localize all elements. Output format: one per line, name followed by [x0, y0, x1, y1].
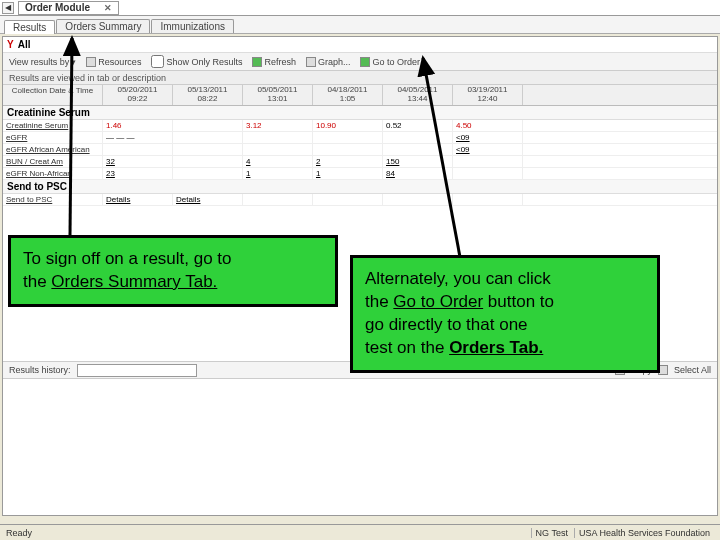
module-title: Order Module: [25, 2, 90, 13]
select-all-button[interactable]: Select All: [674, 365, 711, 375]
callout2-l4a: test on the: [365, 338, 449, 357]
table-row[interactable]: BUN / Creat Am3242150: [3, 156, 717, 168]
view-results-label: View results by: [9, 57, 69, 67]
row-label: eGFR: [3, 132, 103, 143]
row-label: BUN / Creat Am: [3, 156, 103, 167]
callout-orders-summary: To sign off on a result, go to the Order…: [8, 235, 338, 307]
row-label: eGFR African American: [3, 144, 103, 155]
graph-icon: [306, 57, 316, 67]
cell[interactable]: 150: [383, 156, 453, 167]
status-bar: Ready NG Test USA Health Services Founda…: [0, 524, 720, 540]
col-5[interactable]: 03/19/201112:40: [453, 85, 523, 105]
callout2-l2b: Go to Order: [393, 292, 483, 311]
results-grid: Collection Date & Time 05/20/201109:22 0…: [3, 85, 717, 225]
callout2-line1: Alternately, you can click: [365, 269, 551, 288]
grid-corner: Collection Date & Time: [3, 85, 103, 105]
row-label: eGFR Non-African: [3, 168, 103, 179]
cell: [173, 132, 243, 143]
cell[interactable]: 1: [313, 168, 383, 179]
cell[interactable]: Details: [103, 194, 173, 205]
cell[interactable]: 84: [383, 168, 453, 179]
table-row[interactable]: eGFR Non-African231184: [3, 168, 717, 180]
col-2[interactable]: 05/05/201113:01: [243, 85, 313, 105]
callout2-l4b: Orders Tab.: [449, 338, 543, 357]
cell: [243, 194, 313, 205]
cell[interactable]: 0.52: [383, 120, 453, 131]
cell[interactable]: 32: [103, 156, 173, 167]
filter-row: Y All: [3, 37, 717, 53]
module-title-tab[interactable]: Order Module ✕: [18, 1, 119, 15]
window-titlebar: ◀ Order Module ✕: [0, 0, 720, 16]
status-user: NG Test: [531, 528, 572, 538]
refresh-icon: [252, 57, 262, 67]
view-results-by[interactable]: View results by ▾: [9, 57, 76, 67]
cell: [453, 194, 523, 205]
cell: [243, 144, 313, 155]
col-0[interactable]: 05/20/201109:22: [103, 85, 173, 105]
go-to-order-icon: [360, 57, 370, 67]
callout2-l2c: button to: [483, 292, 554, 311]
cell[interactable]: 2: [313, 156, 383, 167]
graph-button[interactable]: Graph...: [306, 57, 351, 67]
status-org: USA Health Services Foundation: [574, 528, 714, 538]
cell[interactable]: Details: [173, 194, 243, 205]
show-only-label: Show Only Results: [166, 57, 242, 67]
go-to-order-label: Go to Order: [372, 57, 420, 67]
resources-button[interactable]: Resources: [86, 57, 141, 67]
cell: [383, 194, 453, 205]
main-tab-strip: Results Orders Summary Immunizations: [0, 16, 720, 34]
cell: [173, 156, 243, 167]
row-label: Send to PSC: [3, 194, 103, 205]
cell: [383, 144, 453, 155]
col-3[interactable]: 04/18/20111:05: [313, 85, 383, 105]
table-row[interactable]: Send to PSCDetailsDetails: [3, 194, 717, 206]
cell[interactable]: 4.50: [453, 120, 523, 131]
status-left: Ready: [6, 528, 32, 538]
cell[interactable]: 10.90: [313, 120, 383, 131]
grid-header-row: Collection Date & Time 05/20/201109:22 0…: [3, 85, 717, 106]
filter-flag-icon[interactable]: Y: [7, 39, 14, 50]
cell: [383, 132, 453, 143]
show-only-results[interactable]: Show Only Results: [151, 55, 242, 68]
history-label: Results history:: [9, 365, 71, 375]
nav-back-icon[interactable]: ◀: [2, 2, 14, 14]
cell[interactable]: — — —: [103, 132, 173, 143]
tab-immunizations[interactable]: Immunizations: [151, 19, 233, 33]
history-panel: [3, 379, 717, 515]
results-toolbar: View results by ▾ Resources Show Only Re…: [3, 53, 717, 71]
cell: [173, 120, 243, 131]
grid-section-header: Creatinine Serum: [3, 106, 717, 120]
close-icon[interactable]: ✕: [104, 3, 112, 13]
table-row[interactable]: eGFR African American<09: [3, 144, 717, 156]
show-only-checkbox[interactable]: [151, 55, 164, 68]
callout1-line1: To sign off on a result, go to: [23, 249, 232, 268]
cell[interactable]: 3.12: [243, 120, 313, 131]
cell[interactable]: 4: [243, 156, 313, 167]
tab-results[interactable]: Results: [4, 20, 55, 34]
table-row[interactable]: Creatinine Serum1.463.1210.900.524.50: [3, 120, 717, 132]
cell[interactable]: 23: [103, 168, 173, 179]
cell: [243, 132, 313, 143]
col-4[interactable]: 04/05/201113:44: [383, 85, 453, 105]
callout-go-to-order: Alternately, you can click the Go to Ord…: [350, 255, 660, 373]
cell[interactable]: 1.46: [103, 120, 173, 131]
col-1[interactable]: 05/13/201108:22: [173, 85, 243, 105]
cell: [173, 144, 243, 155]
go-to-order-button[interactable]: Go to Order: [360, 57, 420, 67]
row-label: Creatinine Serum: [3, 120, 103, 131]
callout2-line3: go directly to that one: [365, 315, 528, 334]
refresh-button[interactable]: Refresh: [252, 57, 296, 67]
grid-section-header: Send to PSC: [3, 180, 717, 194]
refresh-label: Refresh: [264, 57, 296, 67]
history-select[interactable]: [77, 364, 197, 377]
table-row[interactable]: eGFR— — —<09: [3, 132, 717, 144]
cell[interactable]: <09: [453, 144, 523, 155]
cell: [313, 194, 383, 205]
results-subheader: Results are viewed in tab or description: [3, 71, 717, 85]
callout1-line2a: the: [23, 272, 51, 291]
cell[interactable]: 1: [243, 168, 313, 179]
cell: [453, 156, 523, 167]
callout1-line2b: Orders Summary Tab.: [51, 272, 217, 291]
cell[interactable]: <09: [453, 132, 523, 143]
tab-orders-summary[interactable]: Orders Summary: [56, 19, 150, 33]
